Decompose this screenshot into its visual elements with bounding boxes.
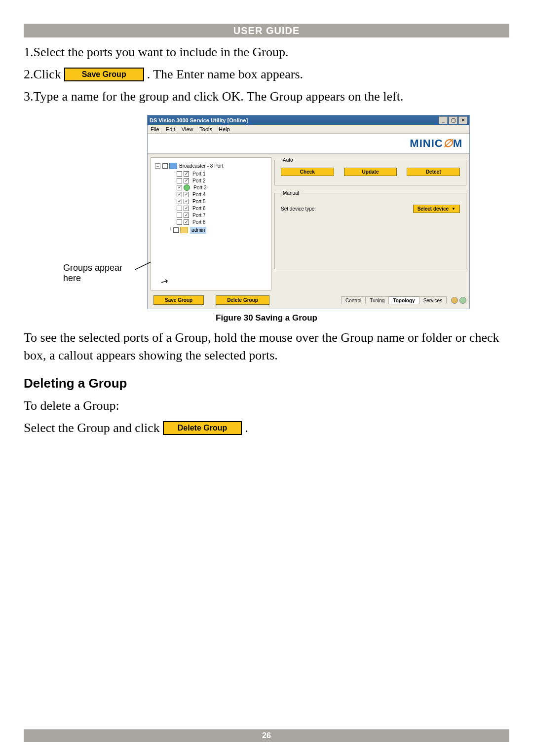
logo-row: MINIC∅M [148,134,469,154]
menu-edit[interactable]: Edit [166,126,175,132]
port-label: Port 1 [192,171,206,178]
port-checkbox-2[interactable] [184,213,189,218]
tree-port-row[interactable]: Port 3 [177,184,267,191]
tab-tuning[interactable]: Tuning [365,296,389,304]
manual-label: Set device type: [281,206,316,212]
tree-port-row[interactable]: Port 5 [177,198,267,205]
delete-suffix: . [245,421,248,435]
update-button[interactable]: Update [344,168,397,176]
root-checkbox[interactable] [162,163,168,169]
save-group-button-inline[interactable]: Save Group [64,68,144,81]
tree-root[interactable]: − Broadcaster - 8 Port [155,163,267,170]
menu-help[interactable]: Help [219,126,230,132]
section-deleting-a-group: Deleting a Group [24,376,509,391]
delete-step: Select the Group and click Delete Group … [24,421,509,435]
content-row: − Broadcaster - 8 Port Port 1Port 2Port … [148,154,469,293]
tree-panel: − Broadcaster - 8 Port Port 1Port 2Port … [151,157,271,290]
tree-port-row[interactable]: Port 8 [177,219,267,226]
chevron-down-icon: ▼ [452,207,456,211]
logo-left: MINIC [410,137,443,149]
bottom-row: Save Group Delete Group ControlTuningTop… [148,293,469,309]
port-label: Port 3 [193,184,207,191]
manual-legend: Manual [281,190,301,196]
save-group-button[interactable]: Save Group [153,295,204,305]
tab-services[interactable]: Services [419,296,447,304]
admin-checkbox[interactable] [173,227,179,233]
tab-topology[interactable]: Topology [388,296,419,304]
header-title: USER GUIDE [233,25,300,36]
root-label: Broadcaster - 8 Port [179,163,223,170]
callout-line2: here [63,273,147,284]
logo-right: M [453,137,462,149]
detect-button[interactable]: Detect [407,168,460,176]
auto-group: Auto Check Update Detect [274,157,466,185]
port-label: Port 2 [192,178,206,184]
bottom-left: Save Group Delete Group [153,295,269,305]
port-checkbox-1[interactable] [177,192,182,197]
folder-icon [169,163,177,169]
minicom-logo: MINIC∅M [410,137,462,150]
led-orange-icon [451,297,458,304]
step-2-suffix: . The Enter name box appears. [147,67,303,82]
port-checkbox-2[interactable] [184,178,189,183]
header-bar: USER GUIDE [24,24,509,37]
auto-legend: Auto [281,157,295,163]
close-icon[interactable]: ✕ [458,116,467,124]
minimize-icon[interactable]: _ [439,116,448,124]
menu-file[interactable]: File [151,126,159,132]
port-checkbox-2[interactable] [184,206,189,211]
port-label: Port 8 [192,219,206,226]
port-label: Port 5 [192,198,206,205]
tree-port-row[interactable]: Port 6 [177,205,267,212]
select-device-label: Select device [418,206,449,212]
menu-tools[interactable]: Tools [199,126,212,132]
port-checkbox-2[interactable] [184,219,189,225]
menu-view[interactable]: View [182,126,193,132]
port-checkbox-2[interactable] [184,171,189,177]
app-title: DS Vision 3000 Service Utility [Online] [150,117,248,123]
admin-label: admin [190,227,206,234]
bottom-right: ControlTuningTopologyServices [341,296,466,304]
folder-icon [180,227,188,233]
port-label: Port 6 [192,205,206,212]
delete-group-button-inline[interactable]: Delete Group [163,421,242,435]
figure-30: Groups appear here DS Vision 3000 Servic… [24,115,509,309]
tree-port-row[interactable]: Port 2 [177,178,267,184]
titlebar: DS Vision 3000 Service Utility [Online] … [148,115,469,125]
port-checkbox-1[interactable] [177,171,182,177]
callout: Groups appear here [63,115,147,284]
page-footer: 26 [24,729,509,742]
led-green-icon [459,297,466,304]
port-label: Port 4 [192,191,206,198]
manual-group: Manual Set device type: Select device ▼ [274,190,466,269]
right-panel: Auto Check Update Detect Manual Set devi… [274,157,466,290]
select-device-dropdown[interactable]: Select device ▼ [413,205,460,213]
port-status-icon [184,184,190,191]
tree-port-row[interactable]: Port 7 [177,212,267,219]
port-checkbox-2[interactable] [184,192,189,197]
tree-line: └ [168,227,173,234]
delete-group-button[interactable]: Delete Group [216,295,269,305]
port-checkbox-1[interactable] [177,219,182,225]
tree-port-row[interactable]: Port 1 [177,171,267,178]
port-checkbox-1[interactable] [177,185,182,190]
maximize-icon[interactable]: ▢ [449,116,457,124]
step-2-prefix: 2.Click [24,67,61,82]
step-2: 2.Click Save Group . The Enter name box … [24,67,509,82]
tab-control[interactable]: Control [341,296,366,304]
delete-intro: To delete a Group: [24,397,509,415]
tree-admin-row[interactable]: └ admin [168,227,267,234]
collapse-icon[interactable]: − [155,163,160,169]
para-after-figure: To see the selected ports of a Group, ho… [24,329,509,365]
step-3: 3.Type a name for the group and click OK… [24,88,509,106]
port-checkbox-1[interactable] [177,213,182,218]
check-button[interactable]: Check [281,168,334,176]
port-checkbox-2[interactable] [184,199,189,204]
delete-prefix: Select the Group and click [24,421,160,435]
status-leds [451,297,466,304]
tree-port-row[interactable]: Port 4 [177,191,267,198]
port-checkbox-1[interactable] [177,178,182,183]
port-checkbox-1[interactable] [177,199,182,204]
port-checkbox-1[interactable] [177,206,182,211]
tabset: ControlTuningTopologyServices [341,296,446,304]
